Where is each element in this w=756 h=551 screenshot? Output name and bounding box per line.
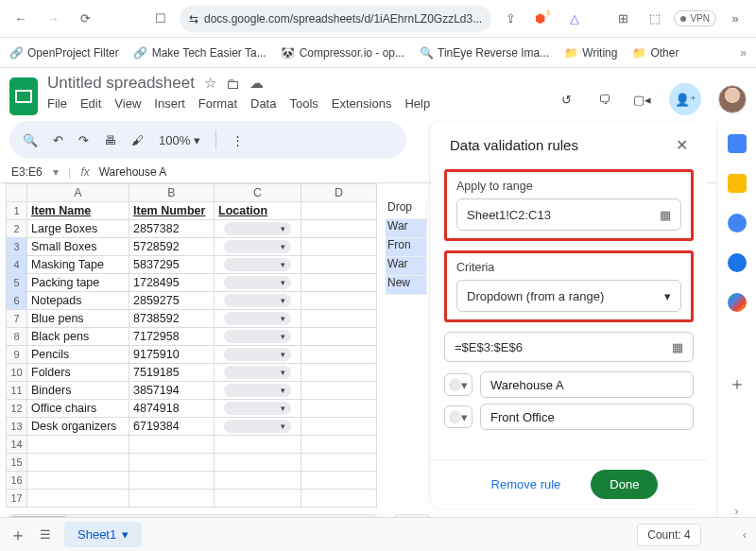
option-value[interactable]: Front Office xyxy=(480,404,694,430)
dropdown-cell[interactable] xyxy=(215,310,301,328)
cell[interactable] xyxy=(301,346,377,364)
move-icon[interactable]: 🗀 xyxy=(226,76,240,92)
row-header[interactable]: 12 xyxy=(7,400,27,418)
menu-insert[interactable]: Insert xyxy=(154,96,185,111)
explore-icon[interactable]: ‹ xyxy=(743,527,747,542)
cell[interactable] xyxy=(301,238,377,256)
row-header[interactable]: 15 xyxy=(7,454,27,472)
hide-rail-icon[interactable]: › xyxy=(734,504,738,518)
cell[interactable] xyxy=(215,472,301,490)
cell[interactable]: Folders xyxy=(27,364,129,382)
cell[interactable]: Masking Tape xyxy=(27,256,129,274)
row-header[interactable]: 14 xyxy=(7,436,27,454)
menu-view[interactable]: View xyxy=(114,96,141,111)
bookmark-item[interactable]: 🔗Make Tech Easier Ta... xyxy=(134,46,266,60)
col-header[interactable]: D xyxy=(301,184,377,202)
cell[interactable] xyxy=(215,436,301,454)
row-header[interactable]: 10 xyxy=(7,364,27,382)
bookmark-item[interactable]: 🔗OpenProject Filter xyxy=(9,46,119,60)
url-bar[interactable]: ⇆ docs.google.com/spreadsheets/d/1iAEhrn… xyxy=(180,6,491,32)
select-all-cell[interactable] xyxy=(7,184,27,202)
menu-data[interactable]: Data xyxy=(250,96,276,111)
contacts-icon[interactable] xyxy=(728,253,747,272)
cell[interactable]: Desk organizers xyxy=(27,418,129,436)
all-sheets-icon[interactable]: ☰ xyxy=(40,527,51,542)
cell[interactable] xyxy=(301,328,377,346)
row-header[interactable]: 7 xyxy=(7,310,27,328)
grid-select-icon[interactable]: ▦ xyxy=(672,340,683,354)
dropdown-cell[interactable] xyxy=(215,400,301,418)
add-addon-icon[interactable]: ＋ xyxy=(729,372,746,395)
option-color-picker[interactable]: ▾ xyxy=(444,405,472,428)
cell[interactable]: 1728495 xyxy=(129,274,215,292)
row-header[interactable]: 2 xyxy=(7,220,27,238)
menu-tools[interactable]: Tools xyxy=(289,96,318,111)
cell[interactable]: 7519185 xyxy=(129,364,215,382)
cell[interactable]: 8738592 xyxy=(129,310,215,328)
dropdown-cell[interactable] xyxy=(215,346,301,364)
cell[interactable]: Location xyxy=(215,202,301,220)
undo-icon[interactable]: ↶ xyxy=(53,133,63,147)
dropdown-cell[interactable] xyxy=(215,328,301,346)
cell[interactable]: Pencils xyxy=(27,346,129,364)
row-header[interactable]: 5 xyxy=(7,274,27,292)
cell[interactable] xyxy=(301,472,377,490)
comments-icon[interactable]: 🗨 xyxy=(593,89,614,110)
cell[interactable] xyxy=(301,364,377,382)
print-icon[interactable]: 🖶 xyxy=(104,133,116,147)
cell[interactable]: Item Number xyxy=(129,202,215,220)
cell[interactable] xyxy=(129,472,215,490)
cell[interactable] xyxy=(129,436,215,454)
row-header[interactable]: 4 xyxy=(7,256,27,274)
row-header[interactable]: 17 xyxy=(7,490,27,508)
dropdown-cell[interactable] xyxy=(215,382,301,400)
add-sheet-icon[interactable]: ＋ xyxy=(9,524,26,546)
cell[interactable]: Blue pens xyxy=(27,310,129,328)
cell[interactable]: Fron xyxy=(386,238,427,257)
cell[interactable]: 2859275 xyxy=(129,292,215,310)
forward-button[interactable]: → xyxy=(40,6,66,32)
cell[interactable]: 2857382 xyxy=(129,220,215,238)
vpn-badge[interactable]: VPN xyxy=(674,10,716,26)
dropdown-cell[interactable] xyxy=(215,238,301,256)
dropdown-cell[interactable] xyxy=(215,418,301,436)
menu-edit[interactable]: Edit xyxy=(80,96,101,111)
bookmark-item[interactable]: 🔍TinEye Reverse Ima... xyxy=(420,46,549,60)
cell[interactable] xyxy=(129,454,215,472)
cell[interactable] xyxy=(27,490,129,508)
cell[interactable]: 5837295 xyxy=(129,256,215,274)
history-icon[interactable]: ↺ xyxy=(556,89,576,110)
search-menu-icon[interactable]: 🔍 xyxy=(23,133,38,147)
meet-icon[interactable]: ▢◂ xyxy=(631,89,652,110)
cell[interactable]: Binders xyxy=(27,382,129,400)
row-header[interactable]: 3 xyxy=(7,238,27,256)
cell[interactable] xyxy=(129,490,215,508)
more-toolbar-icon[interactable]: ⋮ xyxy=(232,133,244,147)
row-header[interactable]: 6 xyxy=(7,292,27,310)
cell[interactable]: 3857194 xyxy=(129,382,215,400)
cell[interactable]: Black pens xyxy=(27,328,129,346)
row-header[interactable]: 8 xyxy=(7,328,27,346)
cell[interactable] xyxy=(215,490,301,508)
cell[interactable] xyxy=(301,436,377,454)
dropdown-cell[interactable] xyxy=(215,364,301,382)
dropdown-cell[interactable] xyxy=(215,220,301,238)
cell[interactable]: 5728592 xyxy=(129,238,215,256)
menu-file[interactable]: File xyxy=(47,96,67,111)
col-header[interactable]: B xyxy=(129,184,215,202)
source-range-input[interactable]: =$E$3:$E$6 ▦ xyxy=(444,332,694,362)
cell[interactable] xyxy=(301,490,377,508)
cell[interactable] xyxy=(301,418,377,436)
row-header[interactable]: 11 xyxy=(7,382,27,400)
cell[interactable] xyxy=(301,310,377,328)
menu-extensions[interactable]: Extensions xyxy=(332,96,392,111)
menu-format[interactable]: Format xyxy=(198,96,237,111)
dropdown-cell[interactable] xyxy=(215,274,301,292)
dropdown-cell[interactable] xyxy=(215,292,301,310)
menu-help[interactable]: Help xyxy=(404,96,430,111)
close-icon[interactable]: ✕ xyxy=(676,136,688,154)
spreadsheet-grid[interactable]: A B C D 1 Item Name Item Number Location… xyxy=(0,183,386,508)
cell[interactable]: Packing tape xyxy=(27,274,129,292)
cell[interactable] xyxy=(27,472,129,490)
bookmark-folder[interactable]: 📁Writing xyxy=(564,46,617,60)
